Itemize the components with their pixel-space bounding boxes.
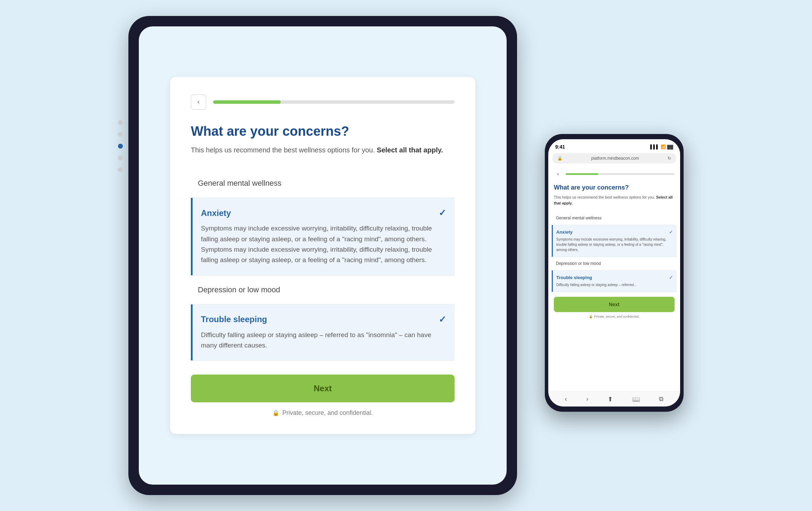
phone-option-trouble-sleeping-title: Trouble sleeping	[556, 275, 592, 280]
phone-option-depression[interactable]: Depression or low mood	[554, 257, 675, 270]
phone-nav-tabs[interactable]: ⧉	[659, 395, 663, 403]
tablet-screen: ‹ What are your concerns? This helps us …	[139, 26, 507, 485]
wifi-icon: 📶	[661, 144, 666, 149]
phone-status-bar: 9:41 ▌▌▌ 📶 ▓▓	[548, 139, 680, 153]
option-trouble-sleeping-expanded[interactable]: Trouble sleeping ✓ Difficulty falling as…	[191, 304, 455, 361]
phone-progress-bar-fill	[566, 173, 598, 175]
phone-option-trouble-sleeping-header: Trouble sleeping ✓	[556, 275, 673, 280]
phone-privacy-text: Private, secure, and confidential.	[594, 315, 640, 318]
signal-icon: ▌▌▌	[650, 144, 659, 149]
phone-page-subtitle: This helps us recommend the best wellnes…	[554, 194, 675, 206]
back-icon: ‹	[197, 98, 200, 106]
phone-subtitle-text: This helps us recommend the best wellnes…	[554, 195, 655, 199]
phone-option-general[interactable]: General mental wellness	[554, 211, 675, 225]
phone-trouble-sleeping-check: ✓	[669, 275, 673, 280]
phone-anxiety-check: ✓	[669, 229, 673, 235]
phone-option-trouble-sleeping[interactable]: Trouble sleeping ✓ Difficulty falling as…	[552, 270, 677, 292]
nav-dot-4	[118, 156, 123, 160]
option-trouble-sleeping[interactable]: Trouble sleeping ✓ Difficulty falling as…	[191, 304, 455, 361]
tablet-nav-dots	[118, 120, 123, 172]
phone-screen: 9:41 ▌▌▌ 📶 ▓▓ 🔒 platform.mindbeacon.com …	[548, 139, 680, 407]
option-general-mental-wellness-label[interactable]: General mental wellness	[191, 169, 455, 198]
option-anxiety-desc: Symptoms may include excessive worrying,…	[201, 223, 446, 266]
option-anxiety-expanded[interactable]: Anxiety ✓ Symptoms may include excessive…	[191, 198, 455, 275]
phone-privacy-note: 🔒 Private, secure, and confidential.	[554, 315, 675, 318]
phone-progress-area: ‹	[554, 170, 675, 178]
phone-reload-icon: ↻	[668, 156, 671, 161]
anxiety-check-icon: ✓	[439, 208, 446, 218]
phone-lock-icon: 🔒	[557, 156, 563, 161]
next-button[interactable]: Next	[191, 375, 455, 402]
option-anxiety-header: Anxiety ✓	[201, 208, 446, 218]
phone-lock-icon-bottom: 🔒	[589, 315, 593, 318]
option-anxiety[interactable]: Anxiety ✓ Symptoms may include excessive…	[191, 198, 455, 276]
option-trouble-sleeping-title: Trouble sleeping	[201, 315, 267, 324]
scene: ‹ What are your concerns? This helps us …	[0, 0, 812, 511]
phone-progress-bar-container	[566, 173, 675, 175]
battery-icon: ▓▓	[667, 144, 674, 149]
phone-content: ‹ What are your concerns? This helps us …	[548, 166, 680, 391]
phone-option-anxiety-desc: Symptoms may include excessive worrying,…	[556, 237, 673, 252]
option-general-mental-wellness[interactable]: General mental wellness	[191, 169, 455, 198]
progress-bar-fill	[213, 100, 281, 104]
phone-bottom-bar: ‹ › ⬆ 📖 ⧉	[548, 391, 680, 407]
phone-device: 9:41 ▌▌▌ 📶 ▓▓ 🔒 platform.mindbeacon.com …	[545, 134, 684, 412]
progress-bar-container	[213, 100, 455, 104]
phone-next-button[interactable]: Next	[554, 297, 675, 312]
phone-option-anxiety[interactable]: Anxiety ✓ Symptoms may include excessive…	[552, 225, 677, 257]
phone-nav-back[interactable]: ‹	[565, 395, 567, 403]
page-title: What are your concerns?	[191, 124, 455, 140]
option-depression-label[interactable]: Depression or low mood	[191, 276, 455, 304]
phone-url: platform.mindbeacon.com	[591, 156, 639, 161]
phone-option-anxiety-header: Anxiety ✓	[556, 229, 673, 235]
phone-back-icon: ‹	[557, 171, 559, 177]
subtitle-bold: Select all that apply.	[377, 146, 443, 154]
nav-dot-1	[118, 120, 123, 125]
phone-status-icons: ▌▌▌ 📶 ▓▓	[650, 144, 673, 149]
privacy-note: 🔒 Private, secure, and confidential.	[191, 409, 455, 417]
main-card: ‹ What are your concerns? This helps us …	[170, 77, 475, 434]
option-anxiety-title: Anxiety	[201, 208, 231, 218]
phone-option-trouble-sleeping-desc: Difficulty falling asleep or staying asl…	[556, 282, 673, 287]
back-button[interactable]: ‹	[191, 94, 206, 110]
page-subtitle: This helps us recommend the best wellnes…	[191, 145, 455, 155]
phone-option-anxiety-title: Anxiety	[556, 229, 573, 235]
phone-nav-bookmarks[interactable]: 📖	[632, 395, 640, 403]
option-trouble-sleeping-desc: Difficulty falling asleep or staying asl…	[201, 330, 446, 351]
option-depression[interactable]: Depression or low mood	[191, 276, 455, 304]
option-trouble-sleeping-header: Trouble sleeping ✓	[201, 314, 446, 325]
phone-address-bar: 🔒 platform.mindbeacon.com ↻	[552, 153, 676, 164]
tablet-device: ‹ What are your concerns? This helps us …	[128, 16, 517, 495]
progress-area: ‹	[191, 94, 455, 110]
trouble-sleeping-check-icon: ✓	[439, 314, 446, 325]
subtitle-text: This helps us recommend the best wellnes…	[191, 146, 375, 154]
phone-nav-share[interactable]: ⬆	[608, 395, 613, 403]
nav-dot-5	[118, 167, 123, 172]
privacy-text: Private, secure, and confidential.	[282, 409, 373, 417]
lock-icon: 🔒	[272, 410, 279, 416]
nav-dot-3	[118, 144, 123, 149]
phone-nav-forward[interactable]: ›	[586, 395, 588, 403]
phone-page-title: What are your concerns?	[554, 184, 675, 192]
phone-time: 9:41	[555, 144, 565, 150]
phone-back-button[interactable]: ‹	[554, 170, 562, 178]
nav-dot-2	[118, 132, 123, 137]
